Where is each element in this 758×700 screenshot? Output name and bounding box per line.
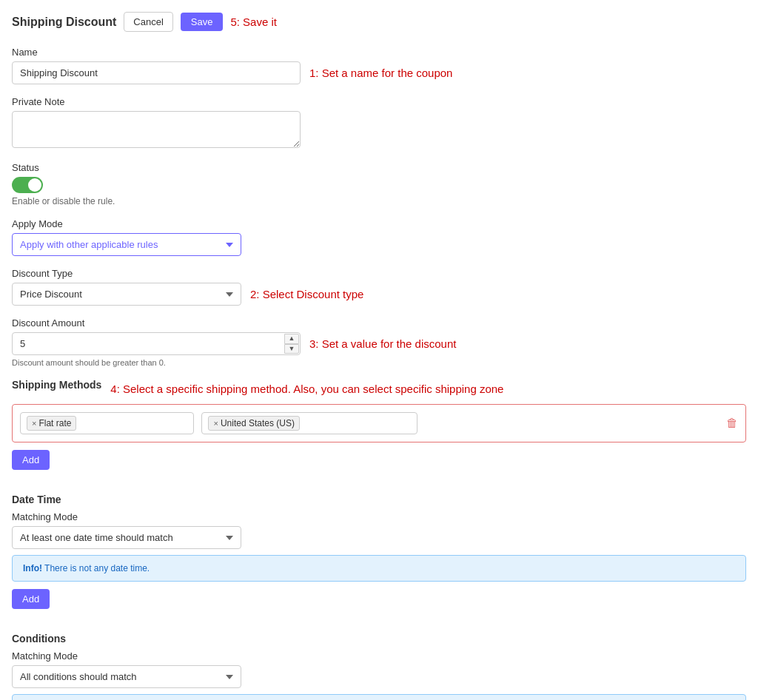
discount-amount-annotation: 3: Set a value for the discount (309, 337, 456, 350)
shipping-zone-tag-input[interactable]: × United States (US) (201, 412, 417, 434)
shipping-methods-annotation: 4: Select a specific shipping method. Al… (110, 383, 503, 395)
discount-amount-wrapper: ▲ ▼ (12, 332, 301, 355)
apply-mode-select[interactable]: Apply with other applicable rules Apply … (12, 233, 241, 256)
page-title: Shipping Discount (12, 16, 116, 29)
number-spinners: ▲ ▼ (284, 334, 299, 354)
discount-amount-input[interactable] (12, 332, 301, 355)
name-input[interactable] (12, 61, 301, 84)
shipping-zone-input[interactable] (300, 418, 411, 428)
apply-mode-label: Apply Mode (12, 218, 746, 229)
private-note-input[interactable] (12, 111, 301, 148)
name-annotation: 1: Set a name for the coupon (309, 67, 452, 79)
discount-amount-label: Discount Amount (12, 317, 746, 329)
status-row (12, 177, 746, 193)
datetime-info-strong: Info! (23, 563, 42, 573)
flat-rate-tag-x[interactable]: × (32, 419, 36, 428)
discount-type-label: Discount Type (12, 268, 746, 279)
datetime-add-button[interactable]: Add (12, 589, 50, 609)
shipping-add-button[interactable]: Add (12, 450, 50, 470)
spinner-up-button[interactable]: ▲ (284, 334, 299, 344)
shipping-methods-title: Shipping Methods (12, 379, 101, 391)
datetime-section: Date Time Matching Mode At least one dat… (12, 494, 746, 621)
shipping-method-input[interactable] (76, 418, 187, 428)
apply-mode-field-group: Apply Mode Apply with other applicable r… (12, 218, 746, 256)
shipping-method-tag-input[interactable]: × Flat rate (20, 412, 194, 434)
name-label: Name (12, 47, 746, 58)
save-button[interactable]: Save (181, 13, 224, 31)
status-toggle[interactable] (12, 177, 43, 193)
discount-type-field-group: Discount Type Price Discount Percentage … (12, 268, 746, 306)
spinner-down-button[interactable]: ▼ (284, 344, 299, 354)
conditions-matching-mode-select[interactable]: All conditions should match At least one… (12, 665, 241, 688)
conditions-info-box: Info! There is not any condition. (12, 694, 746, 700)
conditions-matching-mode-label: Matching Mode (12, 650, 746, 662)
us-zone-tag-x[interactable]: × (213, 419, 218, 428)
us-zone-tag: × United States (US) (208, 416, 299, 431)
shipping-methods-box: × Flat rate × United States (US) 🗑 (12, 404, 746, 442)
name-field-group: Name 1: Set a name for the coupon (12, 47, 746, 84)
private-note-label: Private Note (12, 96, 746, 107)
datetime-info-box: Info! There is not any date time. (12, 555, 746, 582)
datetime-matching-mode-label: Matching Mode (12, 511, 746, 522)
datetime-info-text: There is not any date time. (42, 563, 150, 573)
conditions-section: Conditions Matching Mode All conditions … (12, 633, 746, 700)
shipping-row-delete-icon[interactable]: 🗑 (726, 417, 738, 430)
discount-amount-field-group: Discount Amount ▲ ▼ 3: Set a value for t… (12, 317, 746, 367)
save-annotation: 5: Save it (230, 16, 277, 28)
private-note-field-group: Private Note (12, 96, 746, 150)
datetime-title: Date Time (12, 494, 61, 505)
cancel-button[interactable]: Cancel (124, 12, 172, 32)
discount-amount-hint: Discount amount should be greater than 0… (12, 358, 746, 367)
flat-rate-tag: × Flat rate (27, 416, 76, 431)
discount-type-annotation: 2: Select Discount type (250, 288, 363, 300)
status-label: Status (12, 162, 746, 173)
discount-type-select[interactable]: Price Discount Percentage Discount Free … (12, 283, 241, 306)
datetime-matching-mode-select[interactable]: At least one date time should match All … (12, 526, 241, 549)
status-hint: Enable or disable the rule. (12, 196, 746, 206)
header: Shipping Discount Cancel Save 5: Save it (12, 12, 746, 32)
page-container: Shipping Discount Cancel Save 5: Save it… (0, 0, 758, 700)
conditions-title: Conditions (12, 633, 66, 645)
shipping-methods-section: Shipping Methods 4: Select a specific sh… (12, 379, 746, 482)
status-field-group: Status Enable or disable the rule. (12, 162, 746, 206)
